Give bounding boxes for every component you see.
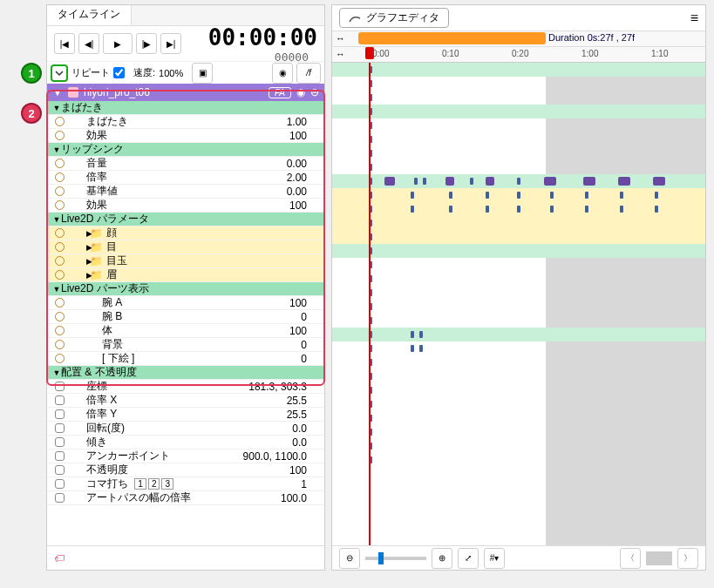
property-row[interactable]: 基準値0.00 <box>47 185 324 199</box>
property-row[interactable]: ▼Live2D パラメータ <box>47 213 324 226</box>
property-row[interactable]: 背景0 <box>47 338 324 352</box>
timeline-lane[interactable] <box>332 174 705 188</box>
keyframe[interactable] <box>486 206 489 213</box>
keyframe[interactable] <box>585 206 588 213</box>
timeline-lane[interactable] <box>332 411 705 425</box>
expand-all-button[interactable] <box>51 64 68 82</box>
timeline-lane[interactable] <box>332 105 705 118</box>
visibility-icon[interactable]: ◉ <box>296 86 305 98</box>
tag-icon[interactable]: 🏷 <box>54 552 65 564</box>
property-row[interactable]: ▶📁目玉 <box>47 254 324 268</box>
zoom-slider[interactable] <box>365 557 426 560</box>
ruler-handle-icon[interactable]: ↔ <box>336 49 345 59</box>
timeline-lane[interactable] <box>332 132 705 146</box>
property-row[interactable]: 効果100 <box>47 199 324 213</box>
graph-editor-button[interactable]: グラフエディタ <box>339 8 449 28</box>
property-row[interactable]: コマ打ち 1231 <box>47 477 324 491</box>
property-row[interactable]: 倍率 Y25.5 <box>47 408 324 422</box>
timeline-lane[interactable] <box>332 397 705 411</box>
timeline-lane[interactable] <box>332 453 705 467</box>
timeline-lane[interactable] <box>332 341 705 355</box>
keyframe[interactable] <box>620 192 623 199</box>
property-row[interactable]: 座標181.3, 303.3 <box>47 380 324 394</box>
timeline-lane[interactable] <box>332 272 705 286</box>
timeline-lane[interactable] <box>332 258 705 272</box>
property-row[interactable]: 倍率 X25.5 <box>47 394 324 408</box>
keyframe[interactable] <box>517 192 520 199</box>
keyframe[interactable] <box>414 178 418 185</box>
property-list[interactable]: ▼まばたきまばたき1.00効果100▼リップシンク音量0.00倍率2.00基準値… <box>47 101 324 545</box>
timeline-lane[interactable] <box>332 328 705 341</box>
property-row[interactable]: ▼配置 & 不透明度 <box>47 366 324 380</box>
keyframe-cluster[interactable] <box>583 177 595 186</box>
repeat-checkbox[interactable] <box>113 67 125 78</box>
keyframe-cluster[interactable] <box>445 177 454 186</box>
keyframe-cluster[interactable] <box>653 177 665 186</box>
track-collapse-icon[interactable]: ▼ <box>52 86 63 98</box>
keyframe[interactable] <box>517 178 520 185</box>
keyframe[interactable] <box>550 192 554 199</box>
timeline-lane[interactable] <box>332 300 705 314</box>
duration-bar[interactable]: ↔ Duration 0s:27f , 27f <box>332 31 705 47</box>
keyframe[interactable] <box>550 206 554 213</box>
speed-value[interactable]: 100% <box>159 68 183 78</box>
property-row[interactable]: 腕 A100 <box>47 296 324 310</box>
keyframe[interactable] <box>655 192 658 199</box>
keyframe-cluster[interactable] <box>384 177 395 186</box>
step-forward-button[interactable]: |▶ <box>136 33 157 54</box>
property-row[interactable]: アートパスの幅の倍率100.0 <box>47 491 324 505</box>
timeline-lane[interactable] <box>332 314 705 328</box>
timeline-lane[interactable] <box>332 355 705 369</box>
property-row[interactable]: ▼Live2D パーツ表示 <box>47 282 324 296</box>
property-row[interactable]: ▶📁目 <box>47 240 324 254</box>
fa-badge[interactable]: FA <box>269 87 291 98</box>
keyframe[interactable] <box>585 192 588 199</box>
tab-timeline[interactable]: タイムライン <box>47 5 132 25</box>
property-row[interactable]: アンカーポイント900.0, 1100.0 <box>47 449 324 463</box>
play-button[interactable]: ▶ <box>103 33 133 54</box>
property-row[interactable]: 腕 B0 <box>47 310 324 324</box>
timeline-lane[interactable] <box>332 286 705 300</box>
timeline-lane[interactable] <box>332 160 705 174</box>
keyframe[interactable] <box>486 192 489 199</box>
scroll-handle-icon[interactable]: ↔ <box>336 33 345 44</box>
timeline-lane[interactable] <box>332 425 705 439</box>
lock-icon[interactable]: ⊖ <box>310 86 319 98</box>
timeline-lane[interactable] <box>332 202 705 216</box>
track-header[interactable]: ▼ hiyori_pro_t06 FA ◉ ⊖ <box>47 84 324 101</box>
keyframe[interactable] <box>620 206 623 213</box>
timeline-lane[interactable] <box>332 77 705 91</box>
property-row[interactable]: 倍率2.00 <box>47 171 324 185</box>
property-row[interactable]: 音量0.00 <box>47 157 324 171</box>
keyframe[interactable] <box>449 206 452 213</box>
scroll-right-button[interactable]: 〉 <box>677 548 698 569</box>
time-ruler[interactable]: ↔ 0:00 0:10 0:20 1:00 1:10 <box>332 47 705 63</box>
property-row[interactable]: 不透明度100 <box>47 463 324 477</box>
scroll-left-button[interactable]: 〈 <box>620 548 641 569</box>
menu-icon[interactable]: ≡ <box>690 10 698 26</box>
zoom-out-button[interactable]: ⊖ <box>339 548 360 569</box>
timeline-lane[interactable] <box>332 369 705 383</box>
timeline-lane[interactable] <box>332 216 705 230</box>
property-row[interactable]: [ 下絵 ]0 <box>47 352 324 366</box>
property-row[interactable]: ▼リップシンク <box>47 143 324 157</box>
keyframe-cluster[interactable] <box>618 177 630 186</box>
record-button[interactable]: ◉ <box>272 63 293 84</box>
speed-preset-button[interactable]: ▣ <box>192 63 213 84</box>
timeline-lane[interactable] <box>332 63 705 77</box>
keyframe[interactable] <box>411 192 414 199</box>
timeline-lane[interactable] <box>332 244 705 258</box>
property-row[interactable]: ▶📁顔 <box>47 226 324 240</box>
timeline-lane[interactable] <box>332 439 705 453</box>
keyframe[interactable] <box>411 345 414 352</box>
property-row[interactable]: 体100 <box>47 324 324 338</box>
property-row[interactable]: まばたき1.00 <box>47 115 324 129</box>
frame-mode-button[interactable]: /f <box>296 63 321 84</box>
go-end-button[interactable]: ▶| <box>160 33 181 54</box>
keyframe[interactable] <box>419 345 423 352</box>
timeline-lane[interactable] <box>332 118 705 132</box>
property-row[interactable]: ▶📁眉 <box>47 268 324 282</box>
property-row[interactable]: 傾き0.0 <box>47 436 324 449</box>
timeline-lane[interactable] <box>332 91 705 105</box>
property-row[interactable]: 効果100 <box>47 129 324 143</box>
